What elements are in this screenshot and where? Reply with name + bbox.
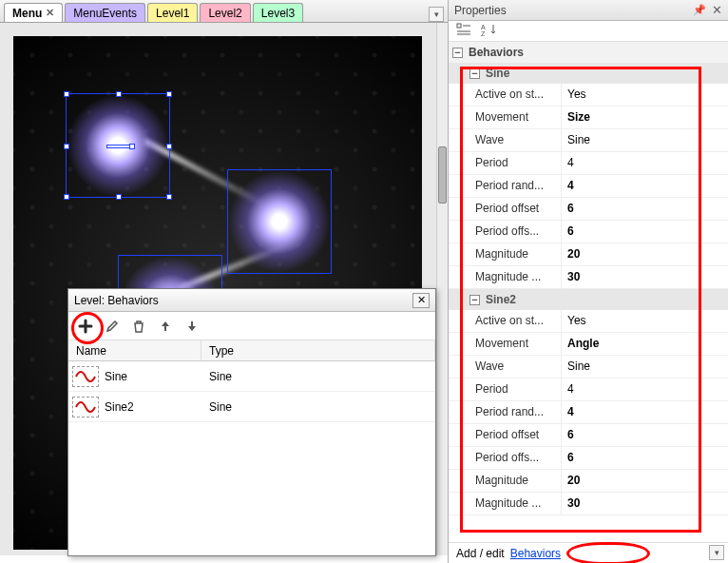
property-key: Active on st...: [449, 84, 561, 106]
property-group-sine[interactable]: −Sine: [449, 63, 728, 84]
behavior-type: Sine: [201, 400, 232, 414]
property-row[interactable]: Period4: [449, 152, 728, 175]
property-value[interactable]: Angle: [561, 333, 728, 355]
behavior-list: SineSineSine2Sine: [68, 361, 435, 422]
resize-handle[interactable]: [64, 144, 69, 149]
property-key: Period: [449, 379, 561, 400]
property-row[interactable]: MovementAngle: [449, 333, 728, 356]
property-value[interactable]: 4: [561, 379, 728, 400]
property-value[interactable]: 4: [561, 152, 728, 174]
property-key: Movement: [449, 107, 561, 128]
tab-label: Level2: [208, 7, 241, 20]
panel-header[interactable]: Properties 📌 ✕: [449, 0, 728, 21]
tab-close-icon[interactable]: ✕: [46, 7, 54, 19]
alpha-sort-button[interactable]: AZ: [481, 23, 498, 39]
properties-panel: Properties 📌 ✕ AZ − Behaviors −SineActiv…: [449, 0, 728, 563]
resize-handle[interactable]: [166, 144, 172, 149]
collapse-icon[interactable]: −: [469, 295, 480, 305]
property-value[interactable]: 6: [561, 221, 728, 243]
resize-handle[interactable]: [64, 91, 69, 97]
origin-handle[interactable]: [106, 145, 131, 148]
collapse-icon[interactable]: −: [452, 48, 463, 58]
collapse-icon[interactable]: −: [469, 68, 480, 79]
tab-menuevents[interactable]: MenuEvents: [65, 3, 145, 22]
property-row[interactable]: Active on st...Yes: [449, 310, 728, 333]
resize-handle[interactable]: [116, 91, 122, 97]
behaviors-link[interactable]: Behaviors: [510, 547, 561, 560]
property-key: Period offset: [449, 424, 561, 446]
selected-object[interactable]: [66, 93, 170, 198]
property-row[interactable]: MovementSize: [449, 107, 728, 129]
group-label: Sine2: [486, 293, 516, 306]
vertical-scrollbar[interactable]: [436, 23, 448, 555]
property-key: Magnitude: [449, 243, 561, 265]
scrollbar-thumb[interactable]: [438, 146, 447, 204]
properties-sort-bar: AZ: [449, 21, 728, 42]
sine-icon: [72, 397, 99, 417]
column-header-type[interactable]: Type: [201, 340, 435, 360]
resize-handle[interactable]: [166, 194, 172, 200]
property-row[interactable]: WaveSine: [449, 129, 728, 152]
property-value[interactable]: 20: [561, 243, 728, 265]
panel-close-button[interactable]: ✕: [712, 3, 722, 17]
property-value[interactable]: Yes: [561, 84, 728, 106]
property-row[interactable]: Active on st...Yes: [449, 84, 728, 107]
property-section-behaviors[interactable]: − Behaviors: [449, 42, 728, 63]
editor-pane: Menu✕MenuEventsLevel1Level2Level3▾: [0, 0, 449, 563]
pin-icon[interactable]: 📌: [693, 4, 706, 16]
behavior-row[interactable]: SineSine: [68, 361, 435, 392]
move-down-button[interactable]: [182, 317, 201, 336]
property-row[interactable]: Period4: [449, 379, 728, 401]
pencil-icon: [105, 319, 120, 334]
resize-handle[interactable]: [166, 91, 172, 97]
property-value[interactable]: 6: [561, 198, 728, 220]
property-row[interactable]: Period offset6: [449, 424, 728, 447]
dialog-close-button[interactable]: ✕: [412, 293, 430, 308]
resize-handle[interactable]: [116, 194, 122, 200]
property-row[interactable]: Period rand...4: [449, 175, 728, 198]
tab-level2[interactable]: Level2: [200, 3, 250, 22]
behavior-list-header: Name Type: [68, 340, 435, 361]
tab-label: Menu: [12, 7, 42, 20]
resize-handle[interactable]: [64, 194, 69, 200]
property-value[interactable]: 4: [561, 401, 728, 423]
behavior-row[interactable]: Sine2Sine: [68, 392, 435, 422]
delete-behavior-button[interactable]: [129, 317, 148, 336]
property-value[interactable]: 20: [561, 470, 728, 492]
categorized-sort-button[interactable]: [456, 23, 471, 39]
property-row[interactable]: Period rand...4: [449, 401, 728, 424]
dialog-titlebar[interactable]: Level: Behaviors ✕: [68, 289, 435, 312]
property-value[interactable]: 6: [561, 424, 728, 446]
property-group-sine2[interactable]: −Sine2: [449, 289, 728, 310]
properties-overflow-button[interactable]: ▾: [709, 545, 724, 560]
property-value[interactable]: 30: [561, 493, 728, 514]
tab-label: Level3: [261, 7, 295, 20]
edit-behavior-button[interactable]: [103, 317, 122, 336]
property-row[interactable]: Magnitude ...30: [449, 493, 728, 515]
property-value[interactable]: Size: [561, 107, 728, 128]
property-row[interactable]: WaveSine: [449, 356, 728, 379]
property-row[interactable]: Period offs...6: [449, 447, 728, 470]
property-key: Movement: [449, 333, 561, 355]
property-value[interactable]: Sine: [561, 356, 728, 378]
property-row[interactable]: Magnitude20: [449, 243, 728, 266]
property-value[interactable]: 6: [561, 447, 728, 469]
property-value[interactable]: 30: [561, 266, 728, 288]
property-value[interactable]: 4: [561, 175, 728, 197]
property-row[interactable]: Magnitude ...30: [449, 266, 728, 289]
origin-handle[interactable]: [129, 144, 135, 149]
move-up-button[interactable]: [156, 317, 175, 336]
canvas-object[interactable]: [227, 169, 332, 274]
property-row[interactable]: Period offset6: [449, 198, 728, 221]
tab-menu[interactable]: Menu✕: [4, 3, 63, 22]
property-row[interactable]: Magnitude20: [449, 470, 728, 493]
tab-level3[interactable]: Level3: [253, 3, 303, 22]
add-behavior-button[interactable]: [76, 317, 95, 336]
categorize-icon: [456, 23, 471, 36]
property-value[interactable]: Yes: [561, 310, 728, 332]
property-row[interactable]: Period offs...6: [449, 221, 728, 243]
tab-level1[interactable]: Level1: [147, 3, 198, 22]
property-key: Wave: [449, 129, 561, 151]
tabs-overflow-button[interactable]: ▾: [429, 7, 444, 22]
property-value[interactable]: Sine: [561, 129, 728, 151]
